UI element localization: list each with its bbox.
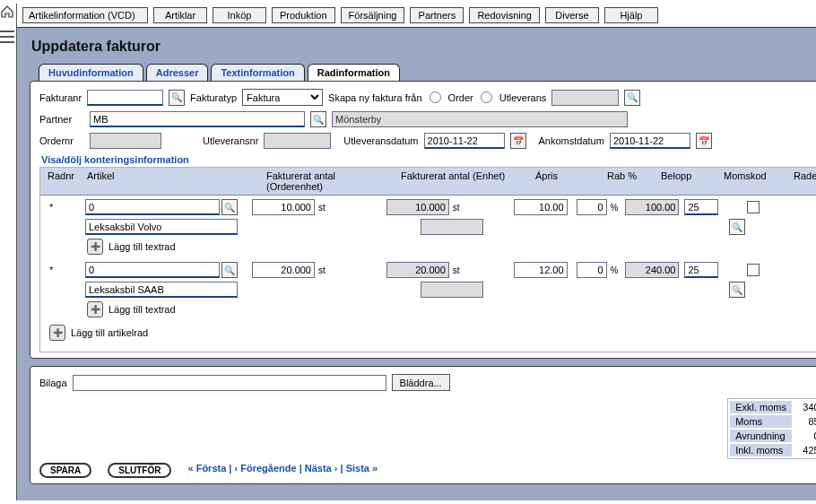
search-icon[interactable]: 🔍 [221,199,238,215]
finish-button[interactable]: SLUTFÖR [108,463,171,478]
total-avrund-label: Avrundning [730,430,792,442]
table-row-sub: 🔍 [44,219,816,235]
rab-input[interactable] [577,199,607,215]
radio-utleverans[interactable] [481,91,492,103]
partner-name-input [332,111,628,127]
label-bilaga: Bilaga [39,378,67,388]
ankomstdatum-input[interactable] [610,133,690,149]
col-fantal-enhet: Fakturerat antal (Enhet) [397,170,532,192]
antal-order-input[interactable] [252,199,315,215]
unit-order: st [318,203,326,213]
menu-hjalp[interactable]: Hjälp [604,7,658,23]
nav-first[interactable]: « Första [187,463,226,474]
toggle-kontering[interactable]: Visa/dölj konteringsinformation [41,154,816,165]
calendar-icon[interactable]: 📅 [696,133,712,149]
add-icon: ➕ [87,301,103,317]
save-button[interactable]: SPARA [39,463,91,478]
search-icon[interactable]: 🔍 [624,90,640,106]
grid-body: * 🔍 st st % [39,196,816,352]
apris-input[interactable] [514,262,568,278]
search-icon[interactable]: 🔍 [221,262,238,278]
col-momskod: Momskod [720,170,783,192]
artikel-code-input[interactable] [85,262,220,278]
browse-button[interactable]: Bläddra... [392,374,450,391]
calendar-icon[interactable]: 📅 [510,133,526,149]
radera-checkbox[interactable] [747,201,760,213]
tab-textinformation[interactable]: Textinformation [211,64,304,81]
nav-prev[interactable]: ‹ Föregående [234,463,296,474]
antal-enhet-input [386,262,449,278]
momskod-input[interactable] [684,262,718,278]
table-row: * 🔍 st st % [44,199,816,215]
antal-order-input[interactable] [252,262,315,278]
label-fakturatyp: Fakturatyp [190,92,237,103]
utleveransdatum-input[interactable] [424,133,505,149]
total-inkl-label: Inkl. moms [730,444,792,456]
label-utleverans: Utleverans [499,92,547,103]
col-radnr: Radnr [44,170,83,192]
belopp-input [625,199,679,215]
tab-adresser[interactable]: Adresser [146,64,209,81]
main-panel: Artikelinformation (VCD) Artiklar Inköp … [16,4,816,500]
menu-diverse[interactable]: Diverse [545,7,599,23]
total-inkl-value: 425.00 [794,444,816,456]
add-article-row-label: Lägg till artikelrad [71,327,148,338]
search-icon[interactable]: 🔍 [729,219,745,235]
tab-radinformation[interactable]: Radinformation [308,64,400,81]
add-text-row-label: Lägg till textrad [109,241,176,252]
col-belopp: Belopp [657,170,720,192]
menu-artikelinformation[interactable]: Artikelinformation (VCD) [22,7,148,23]
label-order: Order [448,92,473,103]
menu-partners[interactable]: Partners [410,7,464,23]
belopp-input [625,262,679,278]
page-title: Uppdatera fakturor [31,39,816,55]
unit-enhet: st [453,203,460,213]
search-icon[interactable]: 🔍 [169,90,185,106]
add-icon: ➕ [87,239,103,255]
table-row: * 🔍 st st % [44,262,816,278]
add-text-row[interactable]: ➕ Lägg till textrad [87,301,816,317]
nav-last[interactable]: Sista » [346,463,378,474]
radio-order[interactable] [430,91,441,103]
search-icon[interactable]: 🔍 [310,111,326,127]
col-radera: Radera [783,170,816,192]
artikel-code-input[interactable] [85,199,220,215]
add-article-row[interactable]: ➕ Lägg till artikelrad [49,325,816,341]
label-ankomstdatum: Ankomstdatum [539,135,604,146]
add-text-row-label: Lägg till textrad [109,304,176,315]
antal-enhet-input [386,199,449,215]
artikel-name-input[interactable] [85,219,238,235]
artikel-name-input[interactable] [85,282,238,298]
menu-produktion[interactable]: Produktion [272,7,335,23]
tab-bar: Huvudinformation Adresser Textinformatio… [39,64,816,81]
table-row-sub: 🔍 [44,282,816,298]
tab-huvudinformation[interactable]: Huvudinformation [39,64,143,81]
momskod-input[interactable] [684,199,718,215]
menu-redovisning[interactable]: Redovisning [469,7,540,23]
menu-forsaljning[interactable]: Försäljning [341,7,405,23]
apris-input[interactable] [514,199,568,215]
ordernr-input [90,133,161,149]
fakturatyp-select[interactable]: Faktura [242,89,323,106]
rab-unit: % [611,203,619,213]
fakturanr-input[interactable] [87,90,163,106]
col-apris: Ápris [532,170,603,192]
nav-next[interactable]: Nästa › [305,463,338,474]
home-icon[interactable] [0,5,14,18]
label-skapa-ny: Skapa ny faktura från [328,92,422,103]
menu-icon[interactable] [0,30,14,43]
menu-inkop[interactable]: Inköp [213,7,266,23]
search-icon[interactable]: 🔍 [729,282,745,298]
antal-enhet-2-input [421,282,483,298]
from-ref-input[interactable] [551,90,619,106]
col-rab: Rab % [603,170,657,192]
add-text-row[interactable]: ➕ Lägg till textrad [87,239,816,255]
top-menu: Artikelinformation (VCD) Artiklar Inköp … [17,4,816,28]
menu-artiklar[interactable]: Artiklar [153,7,207,23]
bilaga-input[interactable] [73,375,386,391]
radera-checkbox[interactable] [747,264,760,276]
total-moms-value: 85.00 [794,415,816,428]
rab-input[interactable] [577,262,607,278]
partner-code-input[interactable] [90,111,305,127]
label-ordernr: Ordernr [39,135,84,146]
